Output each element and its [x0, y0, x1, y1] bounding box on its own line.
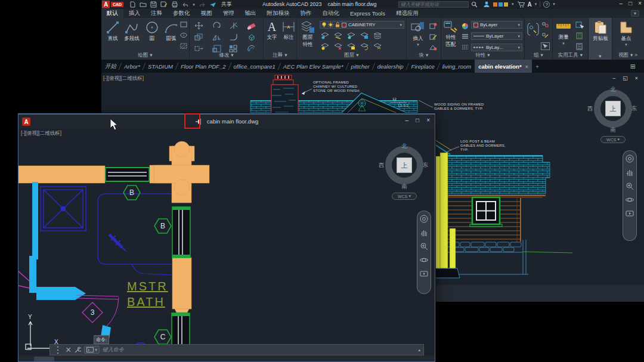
doc-tab-cabin-elevation[interactable]: cabin elevation* ×	[475, 60, 532, 73]
floating-drawing-window[interactable]: A cabin main floor.dwg – □ ×	[18, 113, 435, 362]
autocad-logo-icon[interactable]: A	[102, 1, 110, 8]
dimension-tool[interactable]: 标注	[278, 20, 299, 41]
viewcube-north[interactable]: 北	[610, 86, 616, 94]
hatch-tool-icon[interactable]	[180, 43, 187, 49]
explode-tool-icon[interactable]	[247, 33, 256, 41]
tab-overview-icon[interactable]: ⊞	[630, 63, 636, 70]
viewport-label[interactable]: [-][俯视][二维线框]	[103, 75, 144, 82]
quick-calc-icon[interactable]	[575, 32, 584, 39]
float-viewport-floorplan[interactable]: B B C 3 MSTR BATH Y X [-][俯视][二维线框]	[18, 128, 435, 361]
panel-modify-label[interactable]: 修改▾	[190, 52, 263, 59]
doc-restore-icon[interactable]: ◱	[623, 75, 628, 81]
fillet-tool-icon[interactable]	[229, 33, 238, 41]
search-input[interactable]	[398, 1, 469, 8]
apps-caret-icon[interactable]: ▾	[512, 2, 514, 7]
layer-color-swatch[interactable]	[342, 23, 346, 27]
ribbon-tab-view[interactable]: 视图	[196, 9, 218, 18]
help-icon[interactable]: ?	[543, 1, 550, 8]
panel-draw-label[interactable]: 绘图▾	[101, 52, 189, 59]
viewcube-west[interactable]: 西	[587, 105, 593, 113]
base-point-tool[interactable]: 基点 ▾	[616, 20, 636, 47]
viewcube[interactable]: 北 南 西 东 上 WCS▾	[587, 85, 639, 144]
save-as-icon[interactable]	[160, 1, 168, 8]
doc-tab-arbor[interactable]: Arbor*	[120, 60, 144, 73]
autodesk-a-icon[interactable]: A	[528, 1, 532, 8]
ribbon-tab-automate[interactable]: 自动化	[317, 9, 345, 18]
insert-block-tool[interactable]: 插入 ▾	[408, 20, 428, 47]
tab-close-icon[interactable]: ×	[525, 63, 529, 70]
float-wcs-dropdown[interactable]: WCS▾	[392, 193, 417, 200]
open-folder-icon[interactable]	[140, 1, 147, 8]
ribbon-tab-insert[interactable]: 插入	[123, 9, 145, 18]
layer-properties-tool[interactable]: 图层 特性	[298, 20, 317, 48]
float-viewcube-north[interactable]: 北	[401, 143, 407, 150]
float-title-bar[interactable]: A cabin main floor.dwg – □ ×	[18, 114, 435, 128]
viewcube-east[interactable]: 东	[631, 105, 637, 113]
float-close-button[interactable]: ×	[426, 117, 430, 123]
signin-user-icon[interactable]	[483, 1, 490, 8]
panel-layers-label[interactable]: 图层▾	[297, 52, 406, 59]
command-history-icon[interactable]: ⋮	[53, 344, 63, 355]
help-caret-icon[interactable]: ▾	[553, 2, 555, 7]
ribbon-tab-annotate[interactable]: 注释	[145, 9, 168, 18]
float-navigation-bar[interactable]	[417, 211, 431, 294]
minimize-button[interactable]: –	[620, 0, 623, 7]
share-plane-icon[interactable]	[209, 1, 216, 8]
id-point-icon[interactable]	[575, 43, 584, 50]
command-line[interactable]: ⋮ × ▾ 键入命令 ▴	[49, 344, 424, 355]
layout-tab-strip[interactable]	[18, 355, 435, 361]
doc-tab-livingroom[interactable]: living_room	[439, 60, 475, 73]
group-tool-icon[interactable]	[527, 23, 539, 36]
line-tool[interactable]: 直线	[103, 20, 123, 42]
float-show-motion-icon[interactable]	[420, 270, 428, 278]
navigation-bar[interactable]	[623, 150, 637, 241]
mirror-tool-icon[interactable]	[212, 33, 221, 41]
float-maximize-button[interactable]: □	[416, 117, 419, 123]
command-window-icon[interactable]: ▾	[84, 346, 100, 354]
float-viewcube-east[interactable]: 东	[423, 162, 429, 169]
undo-icon[interactable]	[182, 2, 189, 8]
ellipse-tool-icon[interactable]	[180, 32, 187, 38]
float-viewcube-top-face[interactable]: 上	[397, 157, 412, 173]
float-viewport-label[interactable]: [-][俯视][二维线框]	[21, 130, 61, 137]
plot-printer-icon[interactable]	[171, 1, 178, 8]
rectangle-tool-icon[interactable]	[180, 21, 187, 27]
layer-on-bulb-icon[interactable]	[322, 22, 326, 27]
panel-view-label[interactable]: 视图▾»	[612, 52, 643, 59]
viewcube-south[interactable]: 南	[610, 126, 616, 134]
panel-group-label[interactable]: 组▾	[525, 52, 552, 59]
float-pan-hand-icon[interactable]	[420, 228, 428, 237]
doc-tab-stadium[interactable]: STADIUM	[144, 60, 177, 73]
doc-tab-dealership[interactable]: dealership	[374, 60, 407, 73]
doc-close-icon[interactable]: ×	[635, 75, 638, 81]
trim-tool-icon[interactable]	[229, 21, 238, 30]
float-orbit-icon[interactable]	[420, 256, 428, 264]
match-properties-tool[interactable]: 特性 匹配	[441, 20, 460, 48]
layer-dropdown-caret-icon[interactable]: ▾	[400, 23, 402, 27]
redo-icon[interactable]	[199, 2, 206, 8]
layer-thaw-sun-icon[interactable]	[328, 22, 333, 27]
layer-tools-row1[interactable]	[321, 32, 382, 39]
clipboard-paste-tool[interactable]: 剪贴板	[590, 20, 611, 42]
float-viewcube-west[interactable]: 西	[379, 162, 385, 169]
group-select-icon[interactable]	[541, 43, 549, 49]
linetype-dropdown[interactable]: ByLayer ▾	[471, 32, 522, 40]
panel-clipboard-label[interactable]: ▾	[589, 53, 612, 59]
rotate-tool-icon[interactable]	[212, 21, 221, 30]
model-tab-nub[interactable]	[34, 357, 54, 361]
ribbon-tab-manage[interactable]: 管理	[218, 9, 240, 18]
undo-caret-icon[interactable]: ▾	[193, 2, 195, 7]
panel-annotation-label[interactable]: 注释▾	[264, 52, 296, 59]
float-zoom-icon[interactable]	[420, 242, 428, 250]
doc-tab-fireplace[interactable]: Fireplace	[408, 60, 438, 73]
ungroup-icon[interactable]	[541, 21, 549, 28]
search-icon[interactable]	[471, 1, 478, 8]
nav-wheel-icon[interactable]	[626, 154, 634, 163]
ribbon-tab-output[interactable]: 输出	[240, 9, 262, 18]
new-drawing-button[interactable]: +	[535, 63, 539, 70]
panel-properties-label[interactable]: 特性▾	[441, 52, 524, 59]
cart-icon[interactable]	[517, 1, 525, 8]
command-scroll-up-icon[interactable]: ▴	[418, 348, 420, 352]
save-icon[interactable]	[150, 1, 157, 8]
group-edit-icon[interactable]	[541, 32, 549, 39]
